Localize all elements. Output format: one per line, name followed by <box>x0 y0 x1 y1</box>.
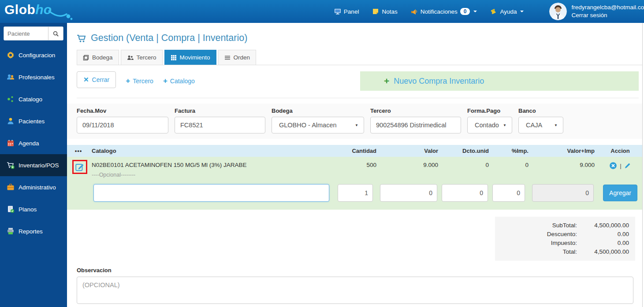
select-arrow-icon: ▼ <box>554 123 558 127</box>
select-arrow-icon: ▼ <box>355 123 358 127</box>
new-valor-input[interactable] <box>380 184 437 202</box>
sidebar-item-planos[interactable]: Planos <box>0 198 67 220</box>
printer-icon <box>7 227 15 235</box>
tab-bodega[interactable]: Bodega <box>77 50 119 65</box>
nav-ayuda[interactable]: Ayuda <box>490 8 524 15</box>
sidebar-item-label: Pacientes <box>19 118 45 125</box>
add-tercero-button[interactable]: + Tercero <box>126 71 153 91</box>
nav-notificaciones[interactable]: Notificaciones 0 <box>411 8 477 15</box>
fecha-mov-input[interactable] <box>77 117 168 133</box>
sidebar-item-pacientes[interactable]: Pacientes <box>0 110 67 132</box>
toolbar: ✕ Cerrar + Tercero + Catalogo + Nuevo Co… <box>77 71 639 91</box>
warehouse-icon <box>83 55 89 61</box>
row-cantidad: 500 <box>334 160 380 168</box>
header-valor: Valor <box>380 148 442 154</box>
nav-notificaciones-label: Notificaciones <box>421 8 458 15</box>
new-dcto-input[interactable] <box>442 184 488 202</box>
cerrar-label: Cerrar <box>92 76 110 83</box>
users-icon <box>127 55 134 61</box>
nav-notas[interactable]: Notas <box>372 8 397 15</box>
nav-panel-label: Panel <box>344 8 359 15</box>
nuevo-compra-inventario-banner[interactable]: + Nuevo Compra Inventario <box>360 71 639 91</box>
page-title-text: Gestion (Venta | Compra | Inventario) <box>91 33 247 44</box>
row-catalogo-text: N02BE0101 ACETAMINOFEN 150 MG/5 Ml (3%) … <box>92 160 334 168</box>
tab-movimiento[interactable]: Movimiento <box>164 50 216 65</box>
descuento-value: 0.00 <box>577 230 629 239</box>
agregar-button[interactable]: Agregar <box>603 185 637 201</box>
chevron-down-icon <box>473 11 477 12</box>
document-check-icon <box>7 205 15 213</box>
tab-tercero[interactable]: Tercero <box>121 50 163 65</box>
sidebar-item-inventario-pos[interactable]: Inventario/POS <box>0 154 67 176</box>
user-avatar[interactable] <box>549 3 567 20</box>
row-valor: 9.000 <box>380 160 442 168</box>
items-table: ••• Catalogo Cantidad Valor Dcto.unid %I… <box>67 145 642 210</box>
bodega-value: GLOBHO - Almacen <box>277 122 337 129</box>
bodega-label: Bodega <box>272 107 364 114</box>
remove-row-icon[interactable] <box>609 162 617 170</box>
page-title: Gestion (Venta | Compra | Inventario) <box>77 33 642 44</box>
search-button[interactable] <box>48 27 63 40</box>
app-logo[interactable]: Globho <box>4 2 106 21</box>
factura-input[interactable] <box>175 117 265 133</box>
action-separator: | <box>620 163 622 169</box>
movement-form: Fecha.Mov Factura Bodega GLOBHO - Almace… <box>67 104 642 139</box>
cerrar-button[interactable]: ✕ Cerrar <box>77 71 116 88</box>
patient-search-input[interactable] <box>4 27 48 40</box>
sidebar-item-catalogo[interactable]: Catalogo <box>0 88 67 110</box>
navbar-menu: Panel Notas Notificaciones 0 Ayuda fredy… <box>334 3 644 20</box>
banco-select[interactable]: CAJA ▼ <box>518 117 563 133</box>
avatar-photo-icon <box>549 3 567 20</box>
nav-panel[interactable]: Panel <box>334 8 359 15</box>
new-valor-imp-input[interactable] <box>532 184 594 202</box>
forma-pago-select[interactable]: Contado ▼ <box>467 117 512 133</box>
plus-icon: + <box>163 77 168 85</box>
cart-icon <box>77 34 86 43</box>
sidebar-item-profesionales[interactable]: Profesionales <box>0 66 67 88</box>
sidebar-item-label: Agenda <box>19 140 39 147</box>
professionals-icon <box>7 73 15 81</box>
bodega-select[interactable]: GLOBHO - Almacen ▼ <box>272 117 364 133</box>
plus-icon: + <box>126 77 130 85</box>
tercero-input[interactable] <box>370 117 461 133</box>
logo-swoosh-icon <box>48 9 73 21</box>
tab-label: Tercero <box>137 54 156 61</box>
sidebar-item-reportes[interactable]: Reportes <box>0 220 67 242</box>
edit-row-icon[interactable] <box>624 162 631 169</box>
sidebar-item-label: Administrativo <box>19 184 56 191</box>
edit-icon[interactable] <box>75 162 85 172</box>
catalogo-label: Catalogo <box>170 78 195 85</box>
logout-link[interactable]: Cerrar sesión <box>571 11 644 19</box>
banner-label: Nuevo Compra Inventario <box>394 77 484 86</box>
add-catalogo-button[interactable]: + Catalogo <box>163 71 195 91</box>
new-imp-input[interactable] <box>492 184 525 202</box>
tab-orden[interactable]: Orden <box>218 50 257 65</box>
impuesto-value: 0.00 <box>577 239 629 248</box>
tabs: Bodega Tercero Movimiento Orden <box>77 50 642 65</box>
catalog-icon <box>7 95 15 103</box>
header-valor-imp: Valor+Imp <box>532 148 598 154</box>
sidebar-item-label: Planos <box>19 206 37 213</box>
help-ticket-icon <box>490 8 497 15</box>
sidebar: Configuracion Profesionales Catalogo Pac… <box>0 23 67 307</box>
sidebar-item-configuracion[interactable]: Configuracion <box>0 44 67 66</box>
row-opcional-text: ----Opcional-------- <box>92 172 334 178</box>
panel-icon <box>334 8 341 15</box>
subtotal-value: 4,500,000.00 <box>577 221 629 230</box>
more-options-icon[interactable]: ••• <box>75 148 82 154</box>
header-catalogo: Catalogo <box>90 148 334 154</box>
header-imp: %Imp. <box>492 148 532 154</box>
grid-icon <box>171 55 177 61</box>
observacion-label: Observacion <box>77 267 633 274</box>
sidebar-item-administrativo[interactable]: Administrativo <box>0 176 67 198</box>
select-arrow-icon: ▼ <box>503 123 506 127</box>
observacion-textarea[interactable] <box>77 277 633 304</box>
fecha-mov-label: Fecha.Mov <box>77 107 168 114</box>
new-catalogo-input[interactable] <box>93 184 329 202</box>
new-cantidad-input[interactable] <box>338 184 373 202</box>
user-email: fredyrangelcba@hotmail.co <box>571 4 644 11</box>
divider <box>77 98 639 98</box>
factura-label: Factura <box>175 107 265 114</box>
sidebar-item-agenda[interactable]: Agenda <box>0 132 67 154</box>
briefcase-icon <box>7 183 15 191</box>
